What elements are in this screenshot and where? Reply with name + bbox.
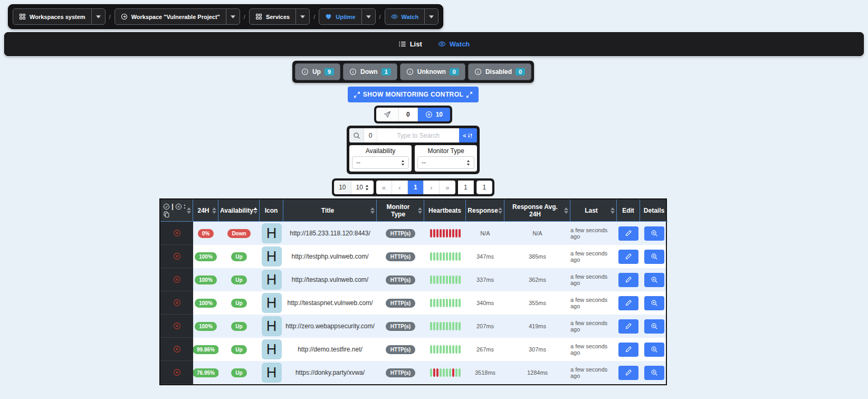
edit-button[interactable] <box>618 250 638 264</box>
heart-icon <box>325 13 332 20</box>
row-deselect-cell[interactable] <box>160 245 193 268</box>
page-button[interactable]: 1 <box>408 180 424 194</box>
nav-tab-list[interactable]: List <box>398 40 422 48</box>
details-button[interactable] <box>644 319 664 334</box>
show-monitoring-control-button[interactable]: SHOW MONITORING CONTROL <box>348 87 479 102</box>
edit-button[interactable] <box>618 366 638 380</box>
sort-icon[interactable] <box>212 207 216 214</box>
edit-button[interactable] <box>618 273 638 287</box>
add-counter-button[interactable]: 10 <box>418 108 450 121</box>
last-check-cell: a few seconds ago <box>570 268 617 291</box>
breadcrumb-button-services[interactable]: Services <box>250 9 295 24</box>
edit-button[interactable] <box>618 226 638 241</box>
row-deselect-cell[interactable] <box>160 315 193 338</box>
status-cell: Up <box>218 361 260 384</box>
sort-icon[interactable] <box>611 207 615 214</box>
row-deselect-cell[interactable] <box>160 222 193 245</box>
sort-icon[interactable] <box>418 207 422 214</box>
last-check-cell: a few seconds ago <box>570 361 617 384</box>
status-button-unknown[interactable]: Unknown0 <box>400 63 465 80</box>
breadcrumb-caret-button[interactable] <box>226 9 240 24</box>
last-check-cell: a few seconds ago <box>570 315 617 338</box>
filter-select-monitor-type[interactable]: -- <box>417 156 474 169</box>
pencil-icon <box>625 369 632 376</box>
heartbeat-bar <box>446 299 448 307</box>
header-select-column[interactable]: |: <box>160 200 193 222</box>
response-cell: N/A <box>466 222 504 245</box>
sort-icon[interactable] <box>253 207 257 214</box>
search-input[interactable] <box>377 128 459 142</box>
prev-page-button[interactable]: ‹ <box>392 180 408 194</box>
status-button-down[interactable]: Down1 <box>343 63 397 80</box>
heartbeat-bar <box>436 299 438 307</box>
row-deselect-cell[interactable] <box>160 338 193 361</box>
details-button[interactable] <box>644 273 664 287</box>
status-button-up[interactable]: Up9 <box>295 63 340 80</box>
sort-icon[interactable] <box>498 207 502 214</box>
send-counter-button[interactable] <box>376 108 399 121</box>
edit-button[interactable] <box>618 319 638 334</box>
details-button[interactable] <box>644 343 664 357</box>
last-page-button[interactable]: » <box>440 180 455 194</box>
status-badge: Up <box>231 252 246 261</box>
header-response-avg-24h[interactable]: Response Avg. 24H <box>504 200 570 222</box>
header-response[interactable]: Response <box>466 200 504 222</box>
row-deselect-cell[interactable] <box>160 268 193 291</box>
heartbeat-bar <box>440 252 442 261</box>
header-details[interactable]: Details <box>640 200 668 222</box>
response-cell: 207ms <box>466 315 504 338</box>
status-cell: Up <box>218 338 260 361</box>
status-button-disabled[interactable]: Disabled0 <box>468 63 531 80</box>
sort-icon[interactable] <box>564 207 568 214</box>
header-edit[interactable]: Edit <box>617 200 640 222</box>
search-result-count: 0 <box>364 128 377 142</box>
availability-24h-cell: 76.95% <box>193 361 218 384</box>
eye-icon <box>438 40 446 48</box>
breadcrumb-caret-button[interactable] <box>424 9 438 24</box>
heartbeat-bar <box>436 229 438 238</box>
details-button[interactable] <box>644 226 664 241</box>
breadcrumb-caret-button[interactable] <box>91 9 105 24</box>
first-page-button[interactable]: « <box>376 180 392 194</box>
breadcrumb-button-workspace-vulnerable-project[interactable]: Workspace "Vulnerable Project" <box>115 9 226 24</box>
header-last[interactable]: Last <box>570 200 617 222</box>
breadcrumb-button-watch[interactable]: Watch <box>385 9 425 24</box>
search-bar: 0 < <box>349 128 477 142</box>
sort-icon[interactable] <box>187 207 191 214</box>
info-icon <box>474 68 482 75</box>
filter-toggle-button[interactable]: < <box>459 128 477 142</box>
details-cell <box>640 338 668 361</box>
edit-button[interactable] <box>618 343 638 357</box>
details-button[interactable] <box>644 296 664 310</box>
header-icon[interactable]: Icon <box>260 200 283 222</box>
next-page-button[interactable]: › <box>424 180 440 194</box>
header-heartbeats[interactable]: Heartbeats <box>424 200 466 222</box>
filter-card-availability: Availability -- <box>349 145 412 172</box>
row-deselect-cell[interactable] <box>160 291 193 315</box>
breadcrumb-caret-button[interactable] <box>361 9 375 24</box>
details-button[interactable] <box>644 366 664 380</box>
breadcrumb-caret-button[interactable] <box>295 9 309 24</box>
page-size-select[interactable]: 10 <box>351 180 374 194</box>
breadcrumb-button-workspaces-system[interactable]: Workspaces system <box>13 9 91 24</box>
availability-24h-cell: 100% <box>193 291 218 315</box>
updown-icon <box>466 160 470 166</box>
nav-tab-watch[interactable]: Watch <box>438 40 470 48</box>
separator-glyph: | <box>171 203 173 210</box>
row-deselect-cell[interactable] <box>160 361 193 384</box>
zoom-plus-icon <box>651 276 658 283</box>
edit-button[interactable] <box>618 296 638 310</box>
filter-select-availability[interactable]: -- <box>352 156 409 169</box>
edit-cell <box>617 245 640 268</box>
expand-icon <box>354 91 360 98</box>
sort-icon[interactable] <box>370 207 375 214</box>
heartbeat-bar <box>440 322 442 330</box>
breadcrumb-button-uptime[interactable]: Uptime <box>319 9 361 24</box>
header-24h[interactable]: 24H <box>193 200 218 222</box>
send-count[interactable]: 0 <box>399 108 418 121</box>
header-availability[interactable]: Availability <box>218 200 260 222</box>
header-monitor-type[interactable]: Monitor Type <box>377 200 424 222</box>
circle-x-icon <box>173 322 181 330</box>
details-button[interactable] <box>644 250 664 264</box>
header-title[interactable]: Title <box>283 200 377 222</box>
